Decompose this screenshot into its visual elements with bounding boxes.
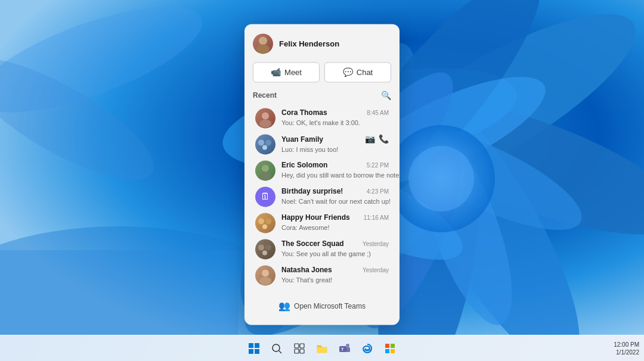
tray-date-display: 1/1/2022	[614, 348, 639, 356]
contact-avatar	[255, 213, 275, 233]
contact-msg: You: OK, let's make it 3:00.	[281, 119, 360, 126]
svg-rect-45	[300, 344, 304, 348]
contact-avatar	[255, 265, 275, 285]
contact-info: Eric Solomon 5:22 PM Hey, did you still …	[281, 161, 389, 180]
svg-point-28	[262, 164, 269, 172]
contact-actions: 📷 📞	[365, 134, 389, 144]
contact-name: Natasha Jones	[281, 266, 332, 274]
contact-info: The Soccer Squad Yesterday You: See you …	[281, 239, 389, 259]
svg-point-37	[259, 276, 271, 285]
video-call-icon[interactable]: 📷	[365, 134, 375, 144]
svg-rect-44	[295, 344, 299, 348]
contact-item[interactable]: Eric Solomon 5:22 PM Hey, did you still …	[253, 157, 391, 183]
svg-point-11	[399, 117, 531, 335]
task-view-button[interactable]	[290, 339, 309, 358]
contact-time: Yesterday	[363, 267, 389, 273]
svg-point-24	[259, 119, 271, 127]
store-button[interactable]	[380, 339, 400, 358]
svg-rect-47	[300, 349, 304, 353]
video-icon: 📹	[271, 67, 281, 77]
tray-clock: 12:00 PM 1/1/2022	[614, 341, 639, 356]
svg-line-43	[279, 351, 281, 353]
contact-avatar	[255, 108, 275, 128]
contact-item[interactable]: The Soccer Squad Yesterday You: See you …	[253, 236, 391, 262]
start-button[interactable]	[244, 339, 264, 358]
contact-name: Yuan Family	[281, 135, 323, 144]
contact-time: 11:16 AM	[364, 214, 389, 221]
contact-item[interactable]: 🗓 Birthday surprise! 4:23 PM Noel: Can't…	[253, 183, 391, 210]
svg-point-21	[259, 36, 267, 45]
svg-point-23	[262, 112, 269, 119]
svg-point-3	[367, 63, 611, 335]
teams-icon: 👥	[278, 300, 290, 312]
svg-rect-50	[346, 347, 350, 352]
tray-time-display: 12:00 PM	[614, 341, 639, 348]
contact-info: Yuan Family 📷 📞 Luo: I miss you too!	[281, 134, 389, 154]
svg-rect-55	[391, 349, 395, 353]
contact-info: Birthday surprise! 4:23 PM Noel: Can't w…	[281, 187, 389, 206]
file-explorer-button[interactable]	[312, 339, 332, 358]
contact-avatar	[255, 239, 275, 259]
svg-point-30	[258, 218, 264, 224]
contact-time: Yesterday	[363, 241, 389, 247]
teams-taskbar-button[interactable]: T	[335, 339, 354, 358]
edge-button[interactable]	[358, 339, 377, 358]
contact-msg: Luo: I miss you too!	[281, 146, 338, 153]
open-teams-button[interactable]: 👥 Open Microsoft Teams	[253, 295, 391, 316]
svg-point-49	[346, 344, 349, 347]
svg-rect-39	[255, 343, 259, 348]
open-teams-label: Open Microsoft Teams	[294, 302, 366, 310]
contact-list: Cora Thomas 8:45 AM You: OK, let's make …	[253, 105, 391, 288]
contact-item[interactable]: Natasha Jones Yesterday You: That's grea…	[253, 262, 391, 288]
svg-point-32	[262, 224, 267, 229]
search-icon[interactable]: 🔍	[381, 91, 391, 100]
svg-point-2	[376, 72, 644, 262]
svg-point-20	[0, 37, 169, 201]
contact-info: Natasha Jones Yesterday You: That's grea…	[281, 266, 389, 285]
svg-text:T: T	[341, 347, 344, 351]
svg-point-15	[388, 125, 495, 232]
svg-point-16	[408, 146, 474, 211]
contact-name: Happy Hour Friends	[281, 213, 350, 222]
svg-point-25	[258, 139, 264, 145]
popup-header: Felix Henderson	[253, 33, 391, 54]
action-buttons: 📹 Meet 💬 Chat	[253, 62, 391, 82]
svg-point-33	[258, 244, 264, 250]
current-user-avatar	[253, 33, 273, 54]
contact-msg: Noel: Can't wait for our next catch up!	[281, 198, 391, 205]
svg-rect-40	[249, 349, 253, 354]
contact-msg: Hey, did you still want to borrow the no…	[281, 172, 400, 179]
chat-icon: 💬	[343, 67, 353, 77]
svg-point-34	[265, 244, 271, 250]
taskbar: T 12:00 PM 1/1/2022	[0, 335, 644, 361]
search-taskbar-button[interactable]	[267, 339, 286, 358]
chat-button[interactable]: 💬 Chat	[324, 62, 391, 82]
contact-avatar: 🗓	[255, 186, 275, 207]
chat-popup: Felix Henderson 📹 Meet 💬 Chat Recent 🔍	[244, 24, 400, 325]
contact-avatar	[255, 160, 275, 181]
contact-name: The Soccer Squad	[281, 239, 344, 248]
recent-header: Recent 🔍	[253, 91, 391, 100]
svg-rect-41	[255, 349, 259, 354]
svg-rect-52	[385, 344, 389, 348]
contact-item[interactable]: Happy Hour Friends 11:16 AM Cora: Awesom…	[253, 210, 391, 236]
contact-name: Birthday surprise!	[281, 187, 343, 195]
svg-point-22	[256, 44, 270, 54]
contact-item[interactable]: Cora Thomas 8:45 AM You: OK, let's make …	[253, 105, 391, 131]
contact-name: Eric Solomon	[281, 161, 327, 169]
recent-label: Recent	[253, 91, 277, 99]
contact-msg: Cora: Awesome!	[281, 224, 330, 231]
meet-button[interactable]: 📹 Meet	[253, 62, 320, 82]
contact-avatar	[255, 134, 275, 154]
svg-point-10	[384, 108, 594, 250]
contact-time: 8:45 AM	[367, 110, 389, 116]
svg-rect-38	[249, 343, 253, 348]
svg-rect-46	[295, 349, 299, 353]
svg-point-27	[262, 145, 267, 150]
contact-item[interactable]: Yuan Family 📷 📞 Luo: I miss you too!	[253, 131, 391, 157]
chat-label: Chat	[357, 68, 373, 77]
svg-point-26	[265, 139, 271, 145]
phone-icon[interactable]: 📞	[379, 134, 389, 144]
contact-msg: You: That's great!	[281, 276, 332, 284]
contact-msg: You: See you all at the game ;)	[281, 250, 371, 257]
